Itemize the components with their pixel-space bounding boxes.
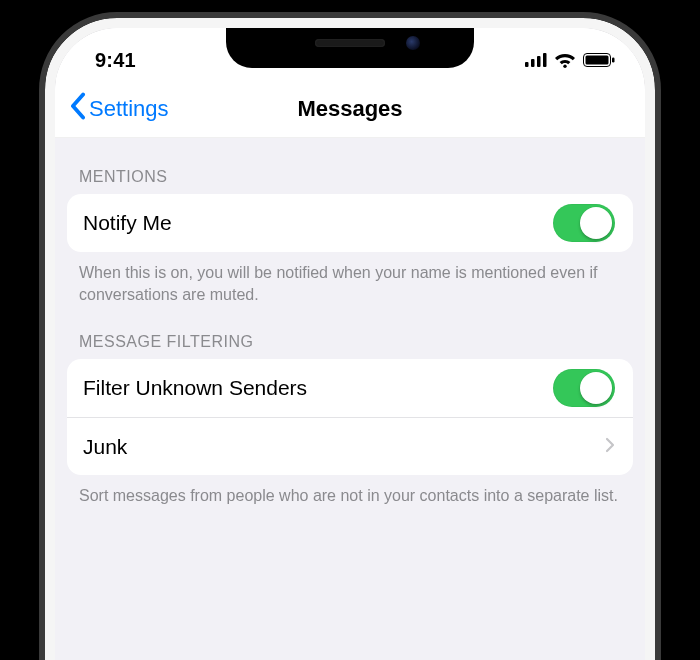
junk-label: Junk <box>83 435 127 459</box>
front-camera <box>406 36 420 50</box>
chevron-right-icon <box>605 437 615 457</box>
notch <box>226 18 474 68</box>
notify-me-switch[interactable] <box>553 204 615 242</box>
svg-rect-2 <box>537 56 541 67</box>
phone-frame: 9:41 Settings Messages <box>45 18 655 660</box>
wifi-icon <box>554 52 576 68</box>
svg-rect-3 <box>543 53 547 67</box>
speaker-grille <box>315 39 385 47</box>
row-junk[interactable]: Junk <box>67 417 633 475</box>
svg-point-4 <box>563 65 566 68</box>
cellular-icon <box>525 53 547 67</box>
battery-icon <box>583 53 615 67</box>
group-mentions: Notify Me <box>67 194 633 252</box>
status-time: 9:41 <box>95 49 136 72</box>
screen: 9:41 Settings Messages <box>55 28 645 660</box>
svg-rect-7 <box>612 58 615 63</box>
chevron-left-icon <box>69 92 87 126</box>
page-title: Messages <box>297 96 402 122</box>
settings-content: MENTIONS Notify Me When this is on, you … <box>55 138 645 511</box>
section-footer-mentions: When this is on, you will be notified wh… <box>55 252 645 309</box>
section-header-mentions: MENTIONS <box>55 144 645 194</box>
svg-rect-0 <box>525 62 529 67</box>
nav-bar: Settings Messages <box>55 80 645 138</box>
filter-unknown-senders-switch[interactable] <box>553 369 615 407</box>
notify-me-label: Notify Me <box>83 211 172 235</box>
back-button[interactable]: Settings <box>69 92 169 126</box>
svg-rect-6 <box>586 56 609 65</box>
section-footer-filtering: Sort messages from people who are not in… <box>55 475 645 511</box>
row-notify-me[interactable]: Notify Me <box>67 194 633 252</box>
status-icons <box>525 52 615 68</box>
back-label: Settings <box>89 96 169 122</box>
svg-rect-1 <box>531 59 535 67</box>
group-filtering: Filter Unknown Senders Junk <box>67 359 633 475</box>
row-filter-unknown-senders[interactable]: Filter Unknown Senders <box>67 359 633 417</box>
filter-unknown-senders-label: Filter Unknown Senders <box>83 376 307 400</box>
section-header-filtering: MESSAGE FILTERING <box>55 309 645 359</box>
